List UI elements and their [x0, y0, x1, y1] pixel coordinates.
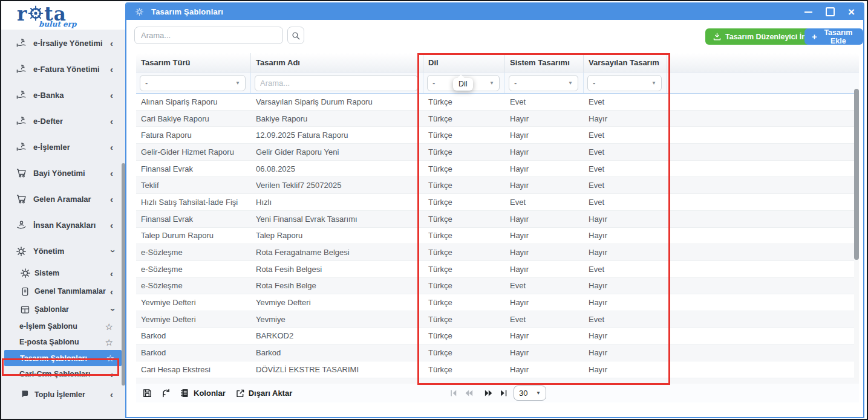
- cell-tasarim-adi: Verilen Teklif7 25072025: [251, 177, 423, 193]
- logo-strip: r ta bulut erp: [1, 1, 125, 30]
- table-row[interactable]: e-SözleşmeRota Fesih BelgeTürkçeEvetHayı…: [136, 278, 859, 295]
- refresh-icon: [161, 388, 171, 398]
- close-button[interactable]: ×: [848, 6, 855, 18]
- sidebar-item-cari-crm-ablonlar[interactable]: Cari-Crm Şablonları‹: [1, 366, 125, 382]
- column-header-sistem-tasarimi[interactable]: Sistem Tasarımı: [505, 53, 584, 72]
- sidebar-item-bayi-y-netimi[interactable]: Bayi Yönetimi‹: [1, 160, 125, 186]
- filter-input-tasarim-adi[interactable]: [255, 75, 418, 91]
- cell-dil: Türkçe: [423, 344, 505, 361]
- add-design-button[interactable]: + Tasarım Ekle: [804, 28, 863, 45]
- columns-icon: [180, 388, 190, 398]
- search-input[interactable]: [134, 27, 283, 44]
- cell-varsayilan-tasarim: Hayır: [584, 111, 667, 127]
- table-header-row: Tasarım TürüTasarım AdıDilSistem Tasarım…: [136, 53, 859, 73]
- first-page-button[interactable]: [449, 389, 458, 398]
- maximize-button[interactable]: [826, 7, 835, 16]
- columns-button[interactable]: Kolonlar: [180, 388, 226, 398]
- cell-dil: Türkçe: [423, 144, 505, 160]
- cell-tasarim-turu: Teklif: [136, 177, 251, 193]
- page-size-select[interactable]: 30▼: [514, 386, 546, 401]
- sidebar-item-e-i-rsaliye-y-netimi[interactable]: e-İrsaliye Yönetimi‹: [1, 30, 125, 56]
- sidebar-item-ablonlar[interactable]: Şablonlar‹: [1, 300, 125, 318]
- star-icon[interactable]: ☆: [105, 322, 113, 331]
- sidebar-item-y-netim[interactable]: Yönetim‹: [1, 238, 125, 264]
- cell-dil: Türkçe: [423, 228, 505, 244]
- export-button[interactable]: Dışarı Aktar: [235, 389, 293, 398]
- save-button[interactable]: [142, 388, 152, 398]
- table-row[interactable]: Hızlı Satış Tahsilat-İade FişiHızlıTürkç…: [136, 194, 859, 211]
- sidebar-item-i-nsan-kaynaklar[interactable]: İnsan Kaynakları‹: [1, 212, 125, 238]
- table-footer: Kolonlar Dışarı Aktar 30▼: [136, 384, 859, 402]
- cell-empty: [667, 244, 859, 260]
- sidebar-item-gelen-aramalar[interactable]: Gelen Aramalar‹: [1, 186, 125, 212]
- star-icon[interactable]: ☆: [105, 338, 113, 347]
- column-header-tasarim-adi[interactable]: Tasarım Adı: [251, 53, 423, 72]
- table-row[interactable]: e-SözleşmeRota Feragatname BelgesiTürkçe…: [136, 244, 859, 261]
- minimize-button[interactable]: [804, 11, 812, 13]
- table-filter-row: -▼-▼-▼-▼: [136, 73, 859, 94]
- sidebar-item-genel-tan-mlamalar[interactable]: Genel Tanımlamalar‹: [1, 282, 125, 300]
- search-button[interactable]: [287, 27, 304, 44]
- cell-sistem-tasarimi: Hayır: [505, 127, 584, 143]
- column-header-empty: [667, 53, 859, 72]
- refresh-button[interactable]: [161, 388, 171, 398]
- sidebar-item-sistem[interactable]: Sistem‹: [1, 264, 125, 282]
- logo-letter-r: r: [17, 5, 27, 23]
- table-row[interactable]: Yevmiye DefteriYevmiye DefteriTürkçeHayı…: [136, 294, 859, 311]
- filter-select-varsayilan-tasarim[interactable]: -▼: [587, 75, 662, 91]
- table-row[interactable]: Cari Bakiye RaporuBakiye RaporuTürkçeHay…: [136, 111, 859, 128]
- cell-empty: [667, 127, 859, 143]
- save-icon: [142, 388, 152, 398]
- filter-cell-empty: [667, 73, 859, 93]
- sidebar-item-e-i-lemler[interactable]: e-İşlemler‹: [1, 134, 125, 160]
- previous-page-button[interactable]: [464, 389, 474, 398]
- window-title: Tasarım Şablonları: [151, 7, 223, 16]
- cell-tasarim-adi: Barkod: [251, 344, 423, 361]
- table-row[interactable]: e-SözleşmeRota Fesih BelgesiTürkçeHayırE…: [136, 261, 859, 278]
- person-icon: [15, 219, 28, 231]
- sidebar-item-e-fatura-y-netimi[interactable]: e-Fatura Yönetimi‹: [1, 56, 125, 82]
- table-row[interactable]: Gelir-Gider Hizmet RaporuGelir Gider Rap…: [136, 144, 859, 161]
- column-header-dil[interactable]: Dil: [423, 53, 505, 72]
- table-row[interactable]: BarkodBARKOD2TürkçeHayırHayır: [136, 328, 859, 345]
- sidebar-item-e-banka[interactable]: e-Banka‹: [1, 82, 125, 108]
- cell-varsayilan-tasarim: Evet: [584, 127, 667, 143]
- next-page-button[interactable]: [483, 389, 494, 398]
- cell-varsayilan-tasarim: Evet: [584, 311, 667, 328]
- table-row[interactable]: Alınan Sipariş RaporuVarsayılan Sipariş …: [136, 94, 859, 111]
- sidebar-item-e-posta-ablonu[interactable]: E-posta Şablonu☆: [1, 334, 125, 350]
- column-header-varsayilan-tasarim[interactable]: Varsayılan Tasarım: [584, 53, 667, 72]
- table-scrollbar-thumb[interactable]: [854, 89, 859, 260]
- cell-empty: [667, 211, 859, 227]
- table-row[interactable]: Yevmiye DefteriYevmiyeTürkçeEvetEvet: [136, 311, 859, 328]
- cell-dil: Türkçe: [423, 328, 505, 344]
- cell-tasarim-turu: e-Sözleşme: [136, 261, 251, 277]
- table-scrollbar-track[interactable]: [854, 88, 859, 382]
- cell-tasarim-turu: Finansal Evrak: [136, 161, 251, 177]
- table-row[interactable]: Finansal Evrak06.08.2025TürkçeHayırEvet: [136, 161, 859, 178]
- column-header-tasarim-turu[interactable]: Tasarım Türü: [136, 53, 251, 72]
- ship-wheel-icon: [28, 5, 44, 21]
- cell-empty: [667, 111, 859, 127]
- sidebar-item-e-i-lem-ablonu[interactable]: e-İşlem Şablonu☆: [1, 318, 125, 334]
- cell-empty: [667, 294, 859, 311]
- table-row[interactable]: TeklifVerilen Teklif7 25072025TürkçeHayı…: [136, 177, 859, 194]
- sidebar-item-label: e-İrsaliye Yönetimi: [33, 39, 103, 48]
- sidebar-item-toplu-i-lemler[interactable]: Toplu İşlemler‹: [1, 382, 125, 407]
- table-row[interactable]: Finansal EvrakYeni Finansal Evrak Tasarı…: [136, 211, 859, 228]
- star-icon[interactable]: ☆: [106, 354, 114, 363]
- table-row[interactable]: BarkodBarkodTürkçeHayırHayır: [136, 344, 859, 361]
- last-page-button[interactable]: [499, 389, 508, 398]
- doc-icon: [19, 286, 31, 297]
- filter-select-tasarim-turu[interactable]: -▼: [140, 75, 246, 91]
- filter-select-sistem-tasarimi[interactable]: -▼: [509, 75, 578, 91]
- sidebar-item-label: E-posta Şablonu: [19, 338, 79, 346]
- sidebar-item-e-defter[interactable]: e-Defter‹: [1, 108, 125, 134]
- table-row[interactable]: Fatura Raporu12.09.2025 Fatura RaporuTür…: [136, 127, 859, 144]
- sidebar-item-tasar-m-ablonlar[interactable]: Tasarım Şablonları☆: [4, 350, 122, 366]
- cell-varsayilan-tasarim: Hayır: [584, 344, 667, 361]
- main-window: Tasarım Şablonları × Tasarım Düzenleyici…: [125, 2, 864, 418]
- sidebar-item-label: e-Defter: [33, 117, 63, 126]
- table-row[interactable]: Cari Hesap EkstresiDÖVİZLİ EKSTRE TASARI…: [136, 361, 859, 378]
- table-row[interactable]: Talep Durum RaporuTalep RaporuTürkçeHayı…: [136, 228, 859, 245]
